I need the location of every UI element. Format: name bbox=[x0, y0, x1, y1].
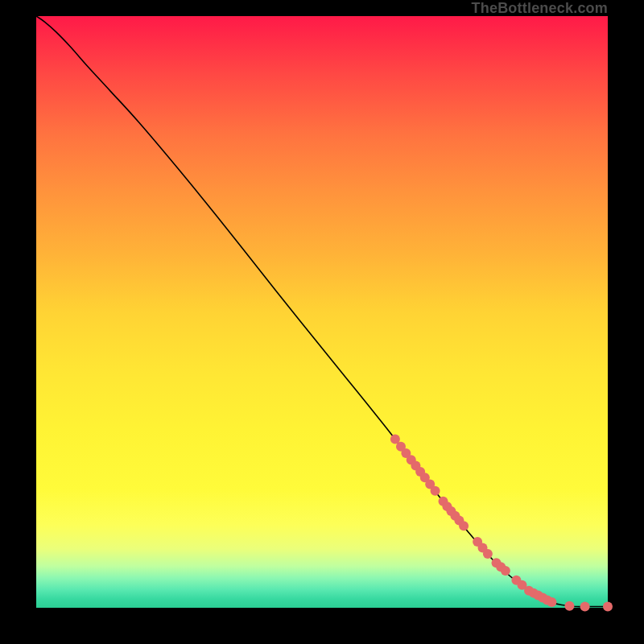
data-markers bbox=[390, 435, 613, 612]
data-marker bbox=[547, 597, 556, 607]
data-marker bbox=[564, 601, 574, 611]
data-marker bbox=[483, 549, 493, 559]
data-marker bbox=[459, 521, 469, 530]
plot-area bbox=[36, 16, 608, 608]
attribution-text: TheBottleneck.com bbox=[472, 0, 608, 17]
main-curve bbox=[36, 16, 608, 607]
data-marker bbox=[431, 486, 440, 496]
data-marker bbox=[501, 566, 510, 576]
data-marker bbox=[603, 602, 613, 612]
chart-frame: TheBottleneck.com bbox=[0, 0, 644, 644]
curve-layer bbox=[36, 16, 608, 608]
data-marker bbox=[580, 602, 590, 612]
